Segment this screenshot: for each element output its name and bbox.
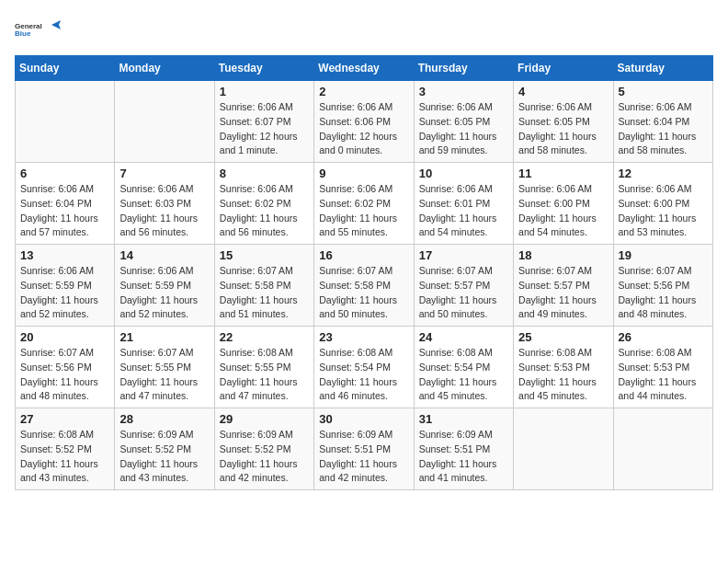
day-cell	[16, 81, 115, 163]
day-cell: 5 Sunrise: 6:06 AMSunset: 6:04 PMDayligh…	[613, 81, 712, 163]
header-cell-saturday: Saturday	[613, 56, 712, 81]
day-info: Sunrise: 6:08 AMSunset: 5:54 PMDaylight:…	[319, 346, 408, 404]
day-info: Sunrise: 6:07 AMSunset: 5:57 PMDaylight:…	[518, 264, 608, 322]
day-info: Sunrise: 6:06 AMSunset: 6:00 PMDaylight:…	[619, 182, 708, 240]
day-info: Sunrise: 6:07 AMSunset: 5:57 PMDaylight:…	[419, 264, 508, 322]
header-cell-wednesday: Wednesday	[314, 56, 414, 81]
week-row-4: 20 Sunrise: 6:07 AMSunset: 5:56 PMDaylig…	[16, 327, 713, 408]
day-number: 3	[419, 85, 508, 98]
day-number: 25	[518, 330, 608, 344]
day-number: 8	[220, 167, 309, 180]
day-info: Sunrise: 6:06 AMSunset: 6:04 PMDaylight:…	[619, 100, 708, 158]
day-info: Sunrise: 6:06 AMSunset: 6:05 PMDaylight:…	[518, 100, 608, 158]
day-number: 26	[619, 330, 708, 344]
day-number: 14	[119, 248, 209, 262]
day-cell: 8 Sunrise: 6:06 AMSunset: 6:02 PMDayligh…	[214, 163, 313, 245]
day-cell	[514, 408, 613, 490]
day-info: Sunrise: 6:08 AMSunset: 5:52 PMDaylight:…	[20, 428, 109, 486]
svg-text:Blue: Blue	[15, 29, 31, 38]
day-info: Sunrise: 6:06 AMSunset: 6:07 PMDaylight:…	[220, 100, 309, 158]
calendar-table: SundayMondayTuesdayWednesdayThursdayFrid…	[15, 55, 713, 490]
day-number: 2	[319, 85, 408, 98]
day-info: Sunrise: 6:06 AMSunset: 6:01 PMDaylight:…	[419, 182, 508, 240]
day-cell: 14 Sunrise: 6:06 AMSunset: 5:59 PMDaylig…	[115, 245, 214, 327]
day-number: 17	[419, 248, 508, 262]
day-number: 13	[20, 248, 109, 262]
day-number: 11	[518, 167, 608, 180]
day-info: Sunrise: 6:07 AMSunset: 5:56 PMDaylight:…	[20, 346, 109, 404]
day-info: Sunrise: 6:08 AMSunset: 5:53 PMDaylight:…	[518, 346, 608, 404]
day-info: Sunrise: 6:06 AMSunset: 6:00 PMDaylight:…	[518, 182, 608, 240]
day-number: 24	[419, 330, 508, 344]
week-row-5: 27 Sunrise: 6:08 AMSunset: 5:52 PMDaylig…	[16, 408, 713, 490]
day-cell: 9 Sunrise: 6:06 AMSunset: 6:02 PMDayligh…	[314, 163, 414, 245]
day-number: 27	[20, 412, 109, 426]
day-cell: 22 Sunrise: 6:08 AMSunset: 5:55 PMDaylig…	[214, 327, 313, 408]
logo: General Blue	[15, 15, 64, 44]
day-number: 4	[518, 85, 608, 98]
day-info: Sunrise: 6:06 AMSunset: 6:03 PMDaylight:…	[119, 182, 209, 240]
day-cell: 16 Sunrise: 6:07 AMSunset: 5:58 PMDaylig…	[314, 245, 414, 327]
day-cell: 1 Sunrise: 6:06 AMSunset: 6:07 PMDayligh…	[214, 81, 313, 163]
day-cell: 23 Sunrise: 6:08 AMSunset: 5:54 PMDaylig…	[314, 327, 414, 408]
day-info: Sunrise: 6:07 AMSunset: 5:58 PMDaylight:…	[319, 264, 408, 322]
day-number: 21	[119, 330, 209, 344]
day-number: 20	[20, 330, 109, 344]
day-cell: 13 Sunrise: 6:06 AMSunset: 5:59 PMDaylig…	[16, 245, 115, 327]
day-number: 18	[518, 248, 608, 262]
day-cell: 12 Sunrise: 6:06 AMSunset: 6:00 PMDaylig…	[613, 163, 712, 245]
day-info: Sunrise: 6:06 AMSunset: 6:06 PMDaylight:…	[319, 100, 408, 158]
day-info: Sunrise: 6:07 AMSunset: 5:55 PMDaylight:…	[119, 346, 209, 404]
day-cell	[613, 408, 712, 490]
day-cell: 4 Sunrise: 6:06 AMSunset: 6:05 PMDayligh…	[514, 81, 613, 163]
day-cell: 24 Sunrise: 6:08 AMSunset: 5:54 PMDaylig…	[414, 327, 513, 408]
header-cell-tuesday: Tuesday	[214, 56, 313, 81]
day-cell: 29 Sunrise: 6:09 AMSunset: 5:52 PMDaylig…	[214, 408, 313, 490]
day-cell: 17 Sunrise: 6:07 AMSunset: 5:57 PMDaylig…	[414, 245, 513, 327]
day-number: 19	[619, 248, 708, 262]
day-number: 12	[619, 167, 708, 180]
header-cell-thursday: Thursday	[414, 56, 513, 81]
header-cell-monday: Monday	[115, 56, 214, 81]
week-row-2: 6 Sunrise: 6:06 AMSunset: 6:04 PMDayligh…	[16, 163, 713, 245]
calendar-body: 1 Sunrise: 6:06 AMSunset: 6:07 PMDayligh…	[16, 81, 713, 490]
day-info: Sunrise: 6:07 AMSunset: 5:58 PMDaylight:…	[220, 264, 309, 322]
header-cell-sunday: Sunday	[16, 56, 115, 81]
day-cell	[115, 81, 214, 163]
day-cell: 18 Sunrise: 6:07 AMSunset: 5:57 PMDaylig…	[514, 245, 613, 327]
week-row-1: 1 Sunrise: 6:06 AMSunset: 6:07 PMDayligh…	[16, 81, 713, 163]
day-cell: 27 Sunrise: 6:08 AMSunset: 5:52 PMDaylig…	[16, 408, 115, 490]
header-cell-friday: Friday	[514, 56, 613, 81]
day-info: Sunrise: 6:06 AMSunset: 6:05 PMDaylight:…	[419, 100, 508, 158]
day-cell: 31 Sunrise: 6:09 AMSunset: 5:51 PMDaylig…	[414, 408, 513, 490]
day-cell: 20 Sunrise: 6:07 AMSunset: 5:56 PMDaylig…	[16, 327, 115, 408]
day-info: Sunrise: 6:08 AMSunset: 5:55 PMDaylight:…	[220, 346, 309, 404]
day-info: Sunrise: 6:06 AMSunset: 5:59 PMDaylight:…	[20, 264, 109, 322]
day-info: Sunrise: 6:09 AMSunset: 5:52 PMDaylight:…	[220, 428, 309, 486]
day-number: 28	[119, 412, 209, 426]
day-number: 9	[319, 167, 408, 180]
day-cell: 10 Sunrise: 6:06 AMSunset: 6:01 PMDaylig…	[414, 163, 513, 245]
day-cell: 2 Sunrise: 6:06 AMSunset: 6:06 PMDayligh…	[314, 81, 414, 163]
day-cell: 6 Sunrise: 6:06 AMSunset: 6:04 PMDayligh…	[16, 163, 115, 245]
day-cell: 19 Sunrise: 6:07 AMSunset: 5:56 PMDaylig…	[613, 245, 712, 327]
day-number: 7	[119, 167, 209, 180]
day-cell: 7 Sunrise: 6:06 AMSunset: 6:03 PMDayligh…	[115, 163, 214, 245]
day-cell: 11 Sunrise: 6:06 AMSunset: 6:00 PMDaylig…	[514, 163, 613, 245]
day-info: Sunrise: 6:06 AMSunset: 5:59 PMDaylight:…	[119, 264, 209, 322]
day-info: Sunrise: 6:07 AMSunset: 5:56 PMDaylight:…	[619, 264, 708, 322]
day-info: Sunrise: 6:06 AMSunset: 6:04 PMDaylight:…	[20, 182, 109, 240]
day-cell: 28 Sunrise: 6:09 AMSunset: 5:52 PMDaylig…	[115, 408, 214, 490]
day-number: 1	[220, 85, 309, 98]
day-info: Sunrise: 6:09 AMSunset: 5:51 PMDaylight:…	[319, 428, 408, 486]
day-number: 22	[220, 330, 309, 344]
header-row: SundayMondayTuesdayWednesdayThursdayFrid…	[16, 56, 713, 81]
day-number: 6	[20, 167, 109, 180]
week-row-3: 13 Sunrise: 6:06 AMSunset: 5:59 PMDaylig…	[16, 245, 713, 327]
svg-marker-2	[51, 20, 61, 29]
day-number: 15	[220, 248, 309, 262]
day-number: 29	[220, 412, 309, 426]
day-info: Sunrise: 6:09 AMSunset: 5:51 PMDaylight:…	[419, 428, 508, 486]
day-number: 23	[319, 330, 408, 344]
logo-svg: General Blue	[15, 15, 42, 44]
